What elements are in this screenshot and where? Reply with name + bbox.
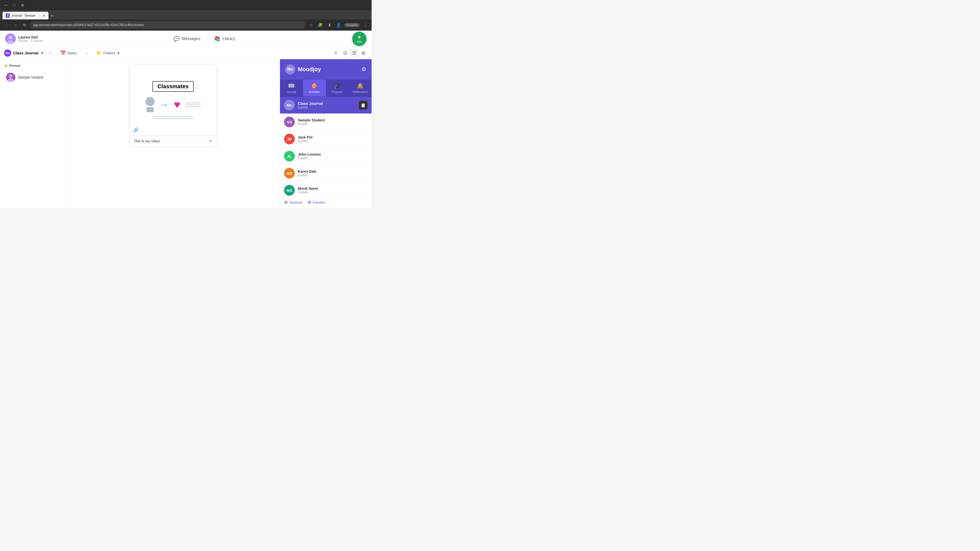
dates-filter-button[interactable]: 📅 Dates [57, 49, 80, 57]
address-bar-row: ← → ↻ app.seesaw.me/#/class/class.e01bf4… [0, 19, 372, 30]
prev-arrow-button[interactable]: ‹ [47, 49, 54, 57]
add-students-button[interactable]: ⊕ Students [284, 200, 302, 205]
extensions-button[interactable]: 🧩 [317, 21, 324, 29]
menu-button[interactable]: ⋮ [362, 21, 369, 29]
class-selector[interactable]: Mo Class Journal ▼ [4, 49, 44, 57]
dates-label: Dates [67, 51, 77, 55]
pinned-section: ★ Pinned Sample Student [4, 63, 62, 84]
post-line [153, 116, 193, 117]
tab-title: Journal - Seesaw [12, 14, 35, 17]
student-list: Mo Class Journal 8 posts 📋 SS Sample Stu… [280, 97, 372, 196]
next-arrow-button[interactable]: › [83, 49, 90, 57]
user-details: Lauren Deli Teacher - 2 Classes [18, 35, 43, 42]
folders-filter-button[interactable]: 📁 Folders ▼ [93, 49, 124, 57]
scene-lines [185, 103, 200, 107]
student-info: Jack Pot 6 posts [298, 135, 313, 143]
class-journal-avatar: Mo [284, 100, 295, 110]
minimize-button[interactable]: ─ [3, 2, 10, 9]
heart-icon: ♥ [174, 98, 180, 111]
library-nav-item[interactable]: 📚 Library [211, 34, 238, 44]
center-content: Classmates → ♥ [66, 59, 280, 208]
link-icon[interactable]: 🔗 [133, 127, 138, 133]
user-name: Lauren Deli [18, 35, 43, 39]
messages-nav-item[interactable]: 💬 Messages [170, 34, 204, 44]
class-journal-info: Class Journal 8 posts [298, 101, 356, 109]
app-container: Lauren Deli Teacher - 2 Classes 💬 Messag… [0, 30, 372, 208]
student-info: Sample Student 8 posts [298, 118, 325, 126]
list-item[interactable]: JL John Louises 5 posts [280, 148, 372, 165]
post-card: Classmates → ♥ [130, 64, 216, 146]
notifications-tab-icon: 🔔 [357, 83, 364, 89]
post-caption: This is our class! ▼ [130, 136, 216, 146]
student-posts: 8 posts [298, 122, 325, 126]
journal-tab-icon: 📖 [288, 83, 295, 89]
panel-add-row: ⊕ Students ⊕ Families [280, 196, 372, 208]
window-buttons[interactable]: ─ □ ✕ [3, 2, 26, 9]
student-name: Mordi Seem [298, 186, 318, 191]
list-item[interactable]: SS Sample Student 8 posts [280, 114, 372, 130]
add-families-icon: ⊕ [307, 200, 311, 205]
avatar: JP [284, 134, 295, 144]
student-posts: 4 posts [298, 191, 318, 194]
add-students-label: Students [290, 200, 302, 204]
post-image: Classmates → ♥ [130, 64, 216, 136]
calendar-icon: 📅 [60, 50, 66, 56]
tab-journal[interactable]: 📖 Journal [280, 79, 303, 97]
student-posts: 6 posts [298, 139, 313, 143]
address-bar[interactable]: app.seesaw.me/#/class/class.e01bf4c2-9a2… [30, 21, 305, 29]
user-avatar [5, 33, 16, 44]
tab-notifications[interactable]: 🔔 Notifications [348, 79, 372, 97]
list-item[interactable]: MS Mordi Seem 4 posts [280, 182, 372, 196]
class-avatar: Mo [4, 49, 11, 57]
folders-label: Folders [103, 51, 115, 55]
profile-button[interactable]: 👤 [335, 21, 342, 29]
class-journal-name: Class Journal [298, 101, 356, 106]
progress-tab-icon: 🎓 [334, 83, 341, 89]
avatar: JL [284, 151, 295, 162]
download-button[interactable]: ⬇ [326, 21, 333, 29]
avatar [6, 73, 15, 82]
tab-progress[interactable]: 🎓 Progress [326, 79, 349, 97]
close-window-button[interactable]: ✕ [19, 2, 26, 9]
class-journal-item[interactable]: Mo Class Journal 8 posts 📋 [280, 97, 372, 114]
tab-activities[interactable]: 🎯 Activities [303, 79, 326, 97]
right-panel-tabs: 📖 Journal 🎯 Activities 🎓 Progress 🔔 Noti… [280, 79, 372, 97]
incognito-badge: Incognito [344, 23, 360, 27]
url-text: app.seesaw.me/#/class/class.e01bf4c2-9a2… [33, 23, 144, 27]
tab-favicon: S [6, 14, 10, 17]
star-icon: ★ [4, 63, 8, 68]
person-figure [145, 97, 155, 112]
activities-tab-label: Activities [309, 90, 320, 94]
tab-bar: S Journal - Seesaw ✕ + [0, 10, 372, 19]
filter-sliders-button[interactable]: ⊟ [341, 49, 349, 57]
settings-icon[interactable]: ⚙ [361, 66, 366, 73]
filter-options-button[interactable]: ≡ [332, 49, 340, 57]
bookmark-button[interactable]: ☆ [307, 21, 315, 29]
reload-button[interactable]: ↻ [21, 21, 28, 29]
class-journal-action-button[interactable]: 📋 [359, 101, 368, 110]
student-name: Jack Pot [298, 135, 313, 139]
post-line [153, 118, 193, 119]
grid-view-button[interactable]: ⊞ [360, 49, 368, 57]
class-name: Class Journal [13, 51, 38, 55]
messages-icon: 💬 [173, 36, 180, 42]
list-item[interactable]: Sample Student [4, 71, 62, 84]
browser-window-controls: ─ □ ✕ [0, 0, 372, 10]
back-button[interactable]: ← [3, 21, 10, 29]
new-tab-button[interactable]: + [48, 12, 56, 19]
add-families-button[interactable]: ⊕ Families [307, 200, 325, 205]
avatar: KD [284, 168, 295, 179]
maximize-button[interactable]: □ [11, 2, 18, 9]
list-item[interactable]: KD Karen Dale 4 posts [280, 165, 372, 182]
progress-tab-label: Progress [331, 90, 343, 94]
caption-expand-icon[interactable]: ▼ [209, 139, 212, 143]
add-button[interactable]: + Add [352, 32, 366, 46]
avatar: SS [284, 117, 295, 127]
tab-close-button[interactable]: ✕ [42, 14, 45, 17]
student-info: John Louises 5 posts [298, 152, 321, 160]
active-tab[interactable]: S Journal - Seesaw ✕ [3, 12, 48, 19]
arrow-right-icon: → [160, 99, 169, 110]
list-view-button[interactable]: ☰ [350, 49, 358, 57]
list-item[interactable]: JP Jack Pot 6 posts [280, 130, 372, 148]
forward-button[interactable]: → [12, 21, 19, 29]
